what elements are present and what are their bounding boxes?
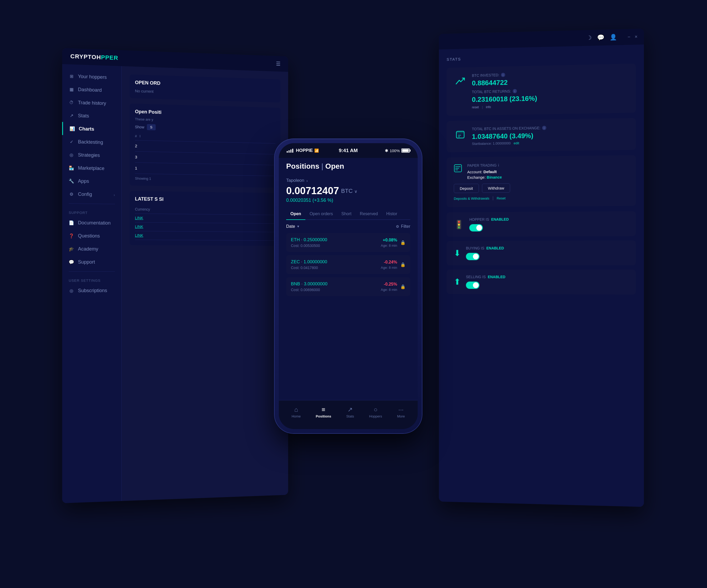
sidebar-item-documentation[interactable]: 📄 Documentation <box>62 216 121 230</box>
nav-stats[interactable]: ↗ Stats <box>346 406 354 418</box>
signal-link-3[interactable]: LINK <box>135 233 143 237</box>
latest-signals-title: LATEST S SI <box>135 196 275 204</box>
filter-button[interactable]: ⚙ Filter <box>396 224 410 229</box>
moon-icon[interactable]: ☽ <box>586 34 592 41</box>
hamburger-icon[interactable]: ☰ <box>276 61 280 67</box>
backtesting-icon: ✓ <box>69 139 74 145</box>
deposit-button[interactable]: Deposit <box>454 184 479 193</box>
signal-row: LINK <box>135 214 275 224</box>
hopper-enabled-toggle[interactable] <box>469 224 483 231</box>
table-row: 1 <box>135 162 275 176</box>
pos-pct-bnb: -0.25% <box>381 282 397 287</box>
close-button[interactable]: × <box>635 34 638 39</box>
toggle-show-button[interactable]: S <box>147 124 156 130</box>
pos-coin-eth: ETH · 0.25000000 <box>291 237 381 243</box>
chevron-right-icon: › <box>306 178 308 183</box>
tab-short[interactable]: Short <box>337 208 356 219</box>
sidebar-item-apps[interactable]: 🔧 Apps <box>62 175 121 188</box>
trend-up-icon <box>454 75 467 88</box>
config-icon: ⚙ <box>69 191 74 197</box>
buying-enabled-label: BUYING IS ENABLED <box>466 246 629 250</box>
signal-row: LINK <box>135 231 275 241</box>
nav-home[interactable]: ⌂ Home <box>292 406 301 418</box>
buying-enabled-toggle[interactable] <box>466 253 479 260</box>
filter-row: Date ▼ ⚙ Filter <box>286 224 410 229</box>
filter-icon: ⚙ <box>396 224 399 229</box>
phone-content: Tapoleon › 0.00712407 BTC ∨ 0.00020351 (… <box>279 178 418 296</box>
stats-title: STATS <box>447 52 636 62</box>
bluetooth-icon: ✱ <box>385 148 388 153</box>
showing-text: Showing 1 <box>135 176 275 183</box>
nav-hoppers[interactable]: ○ Hoppers <box>369 406 382 418</box>
config-arrow-icon: › <box>114 193 115 197</box>
home-icon: ⌂ <box>294 406 298 413</box>
sidebar-item-your-hoppers[interactable]: ⊞ Your hoppers <box>62 69 121 84</box>
selling-enabled-toggle[interactable] <box>466 282 479 289</box>
sidebar-item-academy[interactable]: 🎓 Academy <box>62 243 121 256</box>
sidebar-item-questions[interactable]: ❓ Questions <box>62 229 121 243</box>
lock-icon-bnb: 🔒 <box>400 284 406 289</box>
sidebar-item-dashboard[interactable]: ▦ Dashboard <box>62 82 121 98</box>
pt-account-value: Default <box>483 170 497 174</box>
sidebar-item-subscriptions[interactable]: ◎ Subscriptions <box>62 284 121 297</box>
sidebar-item-trade-history[interactable]: ⏱ Trade history <box>62 96 121 110</box>
minimize-button[interactable]: − <box>628 34 631 40</box>
currency-dropdown-icon[interactable]: ∨ <box>354 189 358 194</box>
tab-open-orders[interactable]: Open orders <box>305 208 337 219</box>
phone-carrier: HOPPIE 📶 <box>287 148 319 153</box>
sidebar-item-label: Backtesting <box>78 139 103 145</box>
show-toggle: Show S <box>135 124 275 133</box>
sidebar-item-label: Trade history <box>78 100 106 106</box>
hopper-enabled-info: HOPPER IS ENABLED <box>469 217 628 231</box>
tab-reserved[interactable]: Reserved <box>356 208 382 219</box>
nav-positions[interactable]: ≡ Positions <box>316 406 331 418</box>
position-card-bnb[interactable]: BNB · 3.00000000 Cost: 0.00696000 -0.25%… <box>286 277 410 296</box>
nav-more[interactable]: ··· More <box>397 406 405 418</box>
deposits-withdrawals-link[interactable]: Deposits & Withdrawals <box>454 196 489 200</box>
signal-bars <box>287 149 293 153</box>
sidebar-item-strategies[interactable]: ◎ Strategies <box>62 148 121 162</box>
sidebar-item-label: Support <box>78 259 95 265</box>
signal-link-2[interactable]: LINK <box>135 225 143 229</box>
hoppers-icon: ○ <box>374 406 378 413</box>
withdraw-button[interactable]: Withdraw <box>482 183 510 193</box>
battery-fill <box>402 149 409 152</box>
selling-enabled-status: ENABLED <box>487 275 505 279</box>
tab-open[interactable]: Open <box>286 208 305 219</box>
reset-link[interactable]: reset <box>472 105 479 109</box>
user-icon[interactable]: 👤 <box>610 34 617 41</box>
edit-link[interactable]: edit <box>514 141 519 145</box>
pos-pct-eth: +0.08% <box>381 238 397 243</box>
signal-link-1[interactable]: LINK <box>135 216 143 220</box>
phone-mockup: HOPPIE 📶 9:41 AM ✱ 100% Posi <box>275 139 422 433</box>
support-section-label: SUPPORT <box>62 206 121 217</box>
hopper-enabled-status: ENABLED <box>491 217 509 221</box>
more-icon: ··· <box>399 406 404 413</box>
sidebar-item-marketplace[interactable]: 🏪 Marketplace <box>62 161 121 176</box>
sidebar-item-label: Stats <box>78 113 89 119</box>
total-btc-value: 1.03487640 (3.49%) <box>472 130 628 141</box>
sidebar-item-support[interactable]: 💬 Support <box>62 256 121 269</box>
reset-pt-link[interactable]: Reset <box>497 196 506 200</box>
chat-icon[interactable]: 💬 <box>597 34 604 41</box>
pos-cost-eth: Cost: 0.00530500 <box>291 244 381 248</box>
sidebar-item-label: Questions <box>78 233 100 239</box>
position-card-zec[interactable]: ZEC · 1.00000000 Cost: 0.0417800 -0.24% … <box>286 255 410 274</box>
lock-icon-zec: 🔒 <box>400 262 406 267</box>
total-btc-label: TOTAL BTC IN ASSETS ON EXCHANGE: i <box>472 124 628 131</box>
info-link[interactable]: info <box>486 105 491 109</box>
pos-cost-zec: Cost: 0.0417800 <box>291 266 381 270</box>
hopper-name[interactable]: Tapoleon › <box>286 178 410 183</box>
apps-icon: 🔧 <box>69 178 74 184</box>
date-filter[interactable]: Date ▼ <box>286 224 300 229</box>
date-arrow-icon: ▼ <box>297 225 300 228</box>
tab-history[interactable]: Histor <box>382 208 402 219</box>
sidebar-item-backtesting[interactable]: ✓ Backtesting <box>62 135 121 149</box>
academy-icon: 🎓 <box>69 247 74 251</box>
battery-icon <box>401 148 410 153</box>
sidebar-item-label: Dashboard <box>78 87 102 93</box>
position-card-eth[interactable]: ETH · 0.25000000 Cost: 0.00530500 +0.08%… <box>286 233 410 252</box>
sidebar-item-config[interactable]: ⚙ Config › <box>62 188 121 201</box>
sidebar-item-charts[interactable]: 📊 Charts <box>62 122 121 136</box>
sidebar-item-stats[interactable]: ↗ Stats <box>62 109 121 123</box>
